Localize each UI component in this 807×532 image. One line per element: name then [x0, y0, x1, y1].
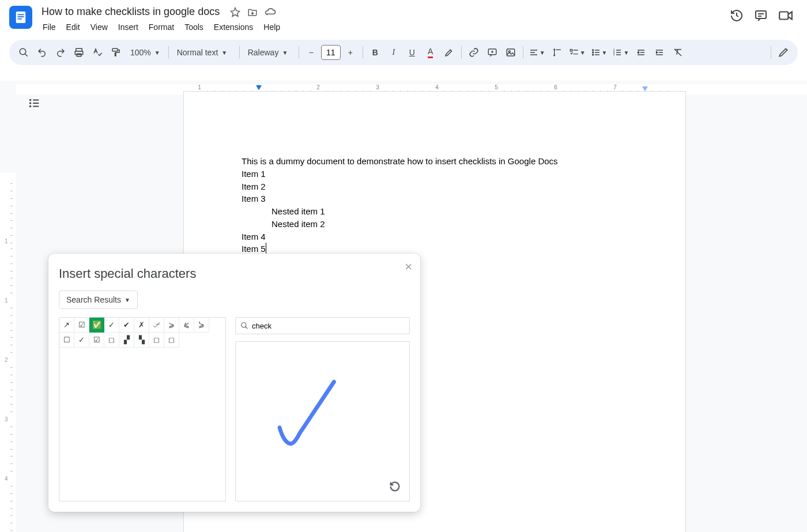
line-spacing-icon[interactable]: [549, 44, 566, 61]
text-color-icon[interactable]: A: [422, 44, 439, 61]
bold-icon[interactable]: B: [367, 44, 384, 61]
char-cell[interactable]: ⍻: [149, 318, 164, 333]
char-cell[interactable]: ↗: [59, 318, 74, 333]
meet-icon[interactable]: [778, 8, 793, 25]
decrease-font-icon[interactable]: −: [303, 44, 320, 61]
print-icon[interactable]: [70, 44, 88, 61]
char-cell[interactable]: ✓: [74, 333, 89, 348]
char-cell[interactable]: ◻: [104, 333, 119, 348]
star-icon[interactable]: [230, 7, 240, 17]
svg-rect-5: [779, 12, 788, 20]
menu-extensions[interactable]: Extensions: [209, 20, 258, 34]
draw-character-box[interactable]: [235, 341, 410, 501]
menu-insert[interactable]: Insert: [114, 20, 143, 34]
close-icon[interactable]: ×: [405, 259, 412, 274]
editing-mode-icon[interactable]: [775, 44, 792, 61]
char-cell[interactable]: ☑: [89, 333, 104, 348]
doc-line: Item 2: [242, 180, 628, 193]
toolbar: 100%▼ Normal text▼ Raleway▼ − + B I U A …: [9, 40, 798, 65]
zoom-dropdown[interactable]: 100%▼: [126, 44, 165, 61]
undo-icon[interactable]: [33, 44, 51, 61]
menu-file[interactable]: File: [38, 20, 61, 34]
char-cell[interactable]: ☑: [74, 318, 89, 333]
vertical-ruler[interactable]: 1123456: [0, 173, 16, 532]
char-search-box[interactable]: [235, 317, 410, 334]
char-result-grid: ↗☑✅✓✔✗⍻⩾⪁⪄ ☐✓☑◻▞▚◻◻: [59, 317, 226, 501]
svg-rect-3: [18, 18, 22, 20]
increase-indent-icon[interactable]: [651, 44, 668, 61]
menu-bar: File Edit View Insert Format Tools Exten…: [38, 20, 724, 34]
svg-rect-1: [18, 14, 24, 16]
cloud-status-icon[interactable]: [265, 6, 276, 18]
insert-link-icon[interactable]: [465, 44, 482, 61]
char-cell[interactable]: ✅: [89, 318, 104, 333]
char-cell[interactable]: ⪁: [179, 318, 194, 333]
svg-rect-14: [570, 50, 572, 51]
doc-line: Item 3: [242, 193, 628, 205]
paint-format-icon[interactable]: [107, 44, 125, 61]
reset-draw-icon[interactable]: [389, 480, 401, 495]
menu-help[interactable]: Help: [259, 20, 285, 34]
svg-rect-12: [507, 49, 515, 56]
svg-text:3: 3: [613, 53, 615, 56]
svg-point-6: [20, 48, 26, 55]
svg-point-22: [30, 103, 31, 104]
category-dropdown[interactable]: Search Results▼: [59, 290, 138, 309]
comments-icon[interactable]: [754, 9, 768, 25]
doc-line: Item 4: [242, 231, 628, 243]
svg-rect-10: [112, 48, 118, 51]
char-cell[interactable]: ☐: [59, 333, 74, 348]
svg-point-23: [30, 106, 31, 107]
font-dropdown[interactable]: Raleway▼: [243, 44, 295, 61]
checklist-dropdown-icon[interactable]: ▼: [567, 44, 588, 61]
menu-tools[interactable]: Tools: [180, 20, 208, 34]
decrease-indent-icon[interactable]: [632, 44, 650, 61]
char-cell[interactable]: ✓: [104, 318, 119, 333]
numbered-list-dropdown-icon[interactable]: 123▼: [610, 44, 631, 61]
char-cell[interactable]: ⪄: [194, 318, 209, 333]
doc-line-nested: Nested item 1: [242, 205, 628, 218]
highlight-icon[interactable]: [440, 44, 458, 61]
menu-edit[interactable]: Edit: [62, 20, 85, 34]
char-cell[interactable]: ✔: [119, 318, 134, 333]
italic-icon[interactable]: I: [385, 44, 402, 61]
paragraph-style-dropdown[interactable]: Normal text▼: [172, 44, 236, 61]
move-icon[interactable]: [247, 7, 258, 17]
add-comment-icon[interactable]: [484, 44, 501, 61]
font-size-input[interactable]: [321, 45, 341, 60]
svg-rect-2: [18, 16, 24, 17]
svg-point-17: [592, 54, 593, 55]
svg-point-15: [592, 50, 593, 51]
svg-point-21: [30, 100, 31, 101]
doc-line: This is a dummy document to demonstrate …: [242, 155, 628, 168]
char-cell[interactable]: ▚: [134, 333, 149, 348]
doc-line: Item 1: [242, 168, 628, 180]
docs-home-icon[interactable]: [9, 6, 32, 29]
insert-image-icon[interactable]: [502, 44, 519, 61]
document-outline-icon[interactable]: [28, 97, 40, 112]
menu-format[interactable]: Format: [144, 20, 179, 34]
app-header: How to make checklists in google docs Fi…: [0, 0, 807, 34]
char-cell[interactable]: ▞: [119, 333, 134, 348]
svg-point-24: [242, 323, 246, 327]
char-cell[interactable]: ◻: [164, 333, 179, 348]
spellcheck-icon[interactable]: [89, 44, 106, 61]
char-cell[interactable]: ⩾: [164, 318, 179, 333]
search-icon: [240, 322, 248, 330]
menu-view[interactable]: View: [86, 20, 112, 34]
char-search-input[interactable]: [252, 322, 405, 330]
char-cell[interactable]: ◻: [149, 333, 164, 348]
special-characters-dialog: × Insert special characters Search Resul…: [48, 254, 420, 512]
redo-icon[interactable]: [52, 44, 69, 61]
svg-rect-4: [756, 11, 766, 18]
history-icon[interactable]: [730, 9, 744, 25]
char-cell[interactable]: ✗: [134, 318, 149, 333]
clear-formatting-icon[interactable]: [669, 44, 687, 61]
align-dropdown-icon[interactable]: ▼: [527, 44, 548, 61]
underline-icon[interactable]: U: [404, 44, 421, 61]
search-icon[interactable]: [15, 44, 32, 61]
svg-point-16: [592, 52, 593, 53]
bulleted-list-dropdown-icon[interactable]: ▼: [589, 44, 610, 61]
document-title[interactable]: How to make checklists in google docs: [38, 5, 223, 19]
increase-font-icon[interactable]: +: [342, 44, 359, 61]
